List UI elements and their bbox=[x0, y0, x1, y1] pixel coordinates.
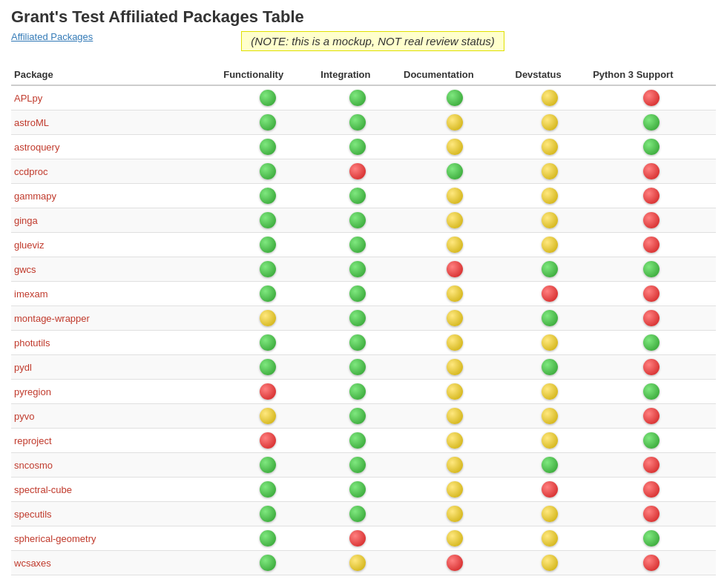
devstatus-dot-cell bbox=[513, 526, 591, 551]
devstatus-dot-cell bbox=[513, 355, 591, 380]
devstatus-dot bbox=[542, 334, 558, 351]
table-row: gammapy bbox=[11, 184, 716, 208]
package-link[interactable]: photutils bbox=[14, 337, 50, 348]
python3-dot-cell bbox=[590, 551, 716, 575]
documentation-dot bbox=[447, 383, 463, 400]
integration-dot bbox=[349, 506, 366, 522]
package-link[interactable]: montage-wrapper bbox=[14, 313, 90, 324]
documentation-dot bbox=[447, 530, 463, 546]
documentation-dot bbox=[447, 359, 463, 375]
functionality-dot bbox=[260, 408, 276, 424]
functionality-dot bbox=[260, 188, 276, 204]
devstatus-dot-cell bbox=[513, 380, 591, 404]
package-link[interactable]: wcsaxes bbox=[14, 558, 51, 569]
table-row: sncosmo bbox=[11, 453, 716, 478]
package-link[interactable]: reproject bbox=[14, 435, 52, 446]
table-row: pydl bbox=[11, 355, 716, 380]
devstatus-dot bbox=[542, 432, 558, 449]
documentation-dot bbox=[447, 188, 463, 204]
python3-dot-cell bbox=[590, 306, 716, 331]
devstatus-dot-cell bbox=[513, 478, 591, 502]
functionality-dot bbox=[260, 555, 276, 571]
functionality-dot bbox=[260, 530, 276, 546]
column-header-devstatus: Devstatus bbox=[513, 65, 591, 85]
devstatus-dot bbox=[542, 139, 558, 155]
functionality-dot-cell bbox=[220, 85, 318, 110]
functionality-dot-cell bbox=[220, 429, 318, 453]
package-link[interactable]: specutils bbox=[14, 509, 52, 520]
devstatus-dot bbox=[542, 237, 558, 253]
integration-dot bbox=[349, 481, 366, 498]
package-link[interactable]: APLpy bbox=[14, 93, 42, 104]
python3-dot-cell bbox=[590, 184, 716, 208]
documentation-dot-cell bbox=[401, 355, 512, 380]
devstatus-dot bbox=[542, 408, 558, 424]
table-row: spherical-geometry bbox=[11, 526, 716, 551]
documentation-dot-cell bbox=[401, 526, 512, 551]
devstatus-dot-cell bbox=[513, 110, 591, 135]
functionality-dot bbox=[260, 114, 276, 131]
package-name-cell: imexam bbox=[11, 282, 220, 306]
breadcrumb-link[interactable]: Affiliated Packages bbox=[11, 31, 93, 42]
table-row: reproject bbox=[11, 429, 716, 453]
documentation-dot bbox=[447, 506, 463, 522]
documentation-dot bbox=[447, 310, 463, 326]
documentation-dot bbox=[447, 285, 463, 302]
python3-dot bbox=[643, 334, 659, 351]
documentation-dot-cell bbox=[401, 478, 512, 502]
functionality-dot-cell bbox=[220, 380, 318, 404]
package-link[interactable]: astroquery bbox=[14, 142, 59, 153]
integration-dot bbox=[349, 457, 366, 473]
documentation-dot bbox=[447, 237, 463, 253]
integration-dot bbox=[349, 285, 366, 302]
integration-dot bbox=[349, 90, 366, 106]
package-link[interactable]: gwcs bbox=[14, 264, 36, 275]
column-header-python-3-support: Python 3 Support bbox=[590, 65, 716, 85]
package-link[interactable]: ginga bbox=[14, 215, 38, 226]
package-name-cell: specutils bbox=[11, 502, 220, 526]
devstatus-dot bbox=[542, 383, 558, 400]
integration-dot-cell bbox=[318, 208, 401, 233]
package-link[interactable]: sncosmo bbox=[14, 460, 53, 471]
functionality-dot bbox=[260, 506, 276, 522]
package-link[interactable]: spectral-cube bbox=[14, 484, 72, 495]
package-link[interactable]: ccdproc bbox=[14, 166, 48, 177]
table-row: wcsaxes bbox=[11, 551, 716, 575]
integration-dot-cell bbox=[318, 453, 401, 478]
python3-dot bbox=[643, 432, 659, 449]
documentation-dot-cell bbox=[401, 110, 512, 135]
integration-dot bbox=[349, 359, 366, 375]
package-link[interactable]: pyvo bbox=[14, 411, 34, 422]
package-link[interactable]: pyregion bbox=[14, 386, 51, 397]
python3-dot bbox=[643, 261, 659, 277]
documentation-dot-cell bbox=[401, 159, 512, 184]
package-link[interactable]: pydl bbox=[14, 362, 32, 373]
documentation-dot-cell bbox=[401, 404, 512, 429]
table-row: astroML bbox=[11, 110, 716, 135]
integration-dot-cell bbox=[318, 135, 401, 159]
integration-dot-cell bbox=[318, 404, 401, 429]
documentation-dot bbox=[447, 163, 463, 179]
column-header-functionality: Functionality bbox=[220, 65, 318, 85]
package-link[interactable]: glueviz bbox=[14, 240, 44, 251]
package-name-cell: astroML bbox=[11, 110, 220, 135]
functionality-dot-cell bbox=[220, 306, 318, 331]
python3-dot-cell bbox=[590, 478, 716, 502]
table-row: pyregion bbox=[11, 380, 716, 404]
python3-dot-cell bbox=[590, 208, 716, 233]
package-link[interactable]: imexam bbox=[14, 288, 48, 300]
functionality-dot bbox=[260, 383, 276, 400]
table-row: pyvo bbox=[11, 404, 716, 429]
package-link[interactable]: spherical-geometry bbox=[14, 533, 96, 544]
functionality-dot bbox=[260, 481, 276, 498]
documentation-dot-cell bbox=[401, 429, 512, 453]
python3-dot bbox=[643, 359, 659, 375]
documentation-dot bbox=[447, 334, 463, 351]
documentation-dot bbox=[447, 481, 463, 498]
functionality-dot-cell bbox=[220, 135, 318, 159]
functionality-dot bbox=[260, 237, 276, 253]
python3-dot bbox=[643, 237, 659, 253]
package-link[interactable]: gammapy bbox=[14, 191, 56, 202]
integration-dot bbox=[349, 408, 366, 424]
package-link[interactable]: astroML bbox=[14, 117, 49, 128]
